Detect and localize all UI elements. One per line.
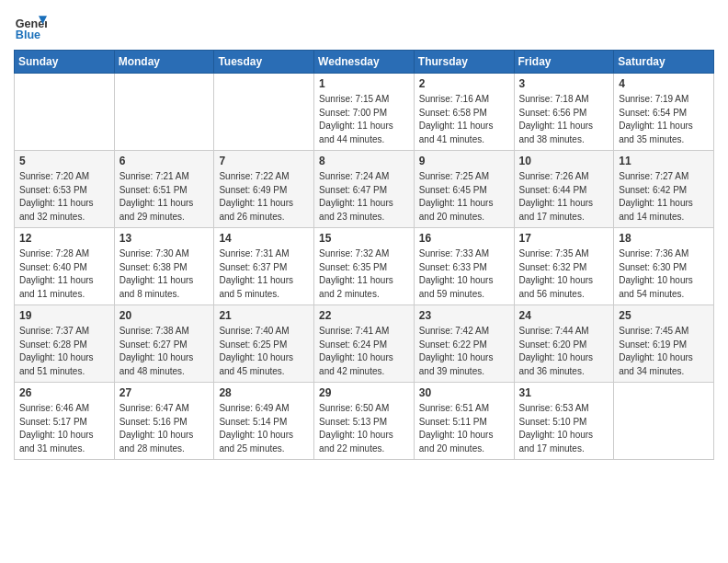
day-info-line: Sunrise: 6:47 AM: [119, 403, 189, 413]
day-info-line: Sunset: 6:49 PM: [219, 185, 287, 195]
day-info-line: Sunset: 6:38 PM: [119, 262, 188, 272]
day-number: 30: [419, 386, 509, 399]
day-info-line: Sunrise: 7:30 AM: [119, 248, 189, 259]
day-info-line: Sunrise: 7:22 AM: [219, 171, 289, 181]
day-info-line: and 25 minutes.: [219, 443, 284, 454]
day-info-line: and 17 minutes.: [519, 443, 585, 454]
day-number: 1: [319, 77, 409, 90]
day-info: Sunrise: 6:51 AMSunset: 5:11 PMDaylight:…: [419, 402, 509, 455]
day-info-line: Sunset: 5:14 PM: [219, 417, 287, 427]
calendar-cell: 3Sunrise: 7:18 AMSunset: 6:56 PMDaylight…: [514, 74, 614, 151]
day-info-line: and 26 minutes.: [219, 212, 284, 222]
day-info-line: Sunrise: 7:35 AM: [519, 248, 589, 259]
day-info-line: Sunset: 6:28 PM: [19, 339, 87, 350]
day-info-line: Daylight: 10 hours: [419, 352, 494, 362]
week-row-1: 1Sunrise: 7:15 AMSunset: 7:00 PMDaylight…: [15, 74, 714, 151]
day-number: 7: [219, 155, 309, 167]
day-info-line: Sunrise: 7:26 AM: [519, 171, 589, 181]
day-info: Sunrise: 7:37 AMSunset: 6:28 PMDaylight:…: [19, 325, 109, 378]
day-info: Sunrise: 7:36 AMSunset: 6:30 PMDaylight:…: [619, 247, 709, 301]
day-header-monday: Monday: [114, 51, 214, 74]
day-header-friday: Friday: [514, 51, 614, 74]
day-info-line: and 35 minutes.: [619, 134, 684, 144]
day-info: Sunrise: 7:35 AMSunset: 6:32 PMDaylight:…: [519, 247, 609, 301]
day-info-line: Sunrise: 7:19 AM: [619, 94, 688, 104]
day-info-line: and 45 minutes.: [219, 366, 284, 376]
calendar-cell: 24Sunrise: 7:44 AMSunset: 6:20 PMDayligh…: [514, 305, 614, 383]
day-number: 11: [619, 155, 709, 167]
day-info-line: Daylight: 10 hours: [519, 352, 594, 362]
day-info-line: Sunset: 6:22 PM: [419, 339, 487, 350]
day-info-line: Sunrise: 7:24 AM: [319, 171, 389, 181]
day-info-line: Sunrise: 6:49 AM: [219, 403, 289, 413]
day-info-line: Sunset: 5:10 PM: [519, 417, 587, 427]
day-info: Sunrise: 7:42 AMSunset: 6:22 PMDaylight:…: [419, 325, 509, 378]
calendar-cell: 13Sunrise: 7:30 AMSunset: 6:38 PMDayligh…: [114, 228, 214, 305]
day-info-line: Sunset: 6:58 PM: [419, 108, 487, 118]
day-info-line: Sunrise: 7:36 AM: [619, 248, 688, 259]
week-row-3: 12Sunrise: 7:28 AMSunset: 6:40 PMDayligh…: [15, 228, 714, 305]
calendar-cell: 15Sunrise: 7:32 AMSunset: 6:35 PMDayligh…: [314, 228, 415, 305]
day-info-line: and 48 minutes.: [119, 366, 185, 376]
day-number: 9: [419, 155, 509, 167]
day-number: 31: [519, 386, 609, 399]
calendar-cell: 18Sunrise: 7:36 AMSunset: 6:30 PMDayligh…: [614, 228, 714, 305]
day-info-line: Sunrise: 7:31 AM: [219, 248, 289, 259]
day-info-line: Sunrise: 7:15 AM: [319, 94, 389, 104]
logo: General Blue: [14, 9, 49, 42]
day-info-line: Sunrise: 7:40 AM: [219, 326, 289, 336]
calendar-cell: 6Sunrise: 7:21 AMSunset: 6:51 PMDaylight…: [114, 151, 214, 228]
day-info-line: and 36 minutes.: [519, 366, 585, 376]
day-info-line: and 34 minutes.: [619, 366, 684, 376]
day-number: 22: [319, 309, 409, 322]
day-number: 18: [619, 232, 709, 245]
day-info-line: Sunrise: 6:46 AM: [19, 403, 89, 413]
day-header-tuesday: Tuesday: [214, 51, 314, 74]
calendar-cell: 19Sunrise: 7:37 AMSunset: 6:28 PMDayligh…: [15, 305, 115, 383]
day-info-line: and 38 minutes.: [519, 134, 585, 144]
day-info: Sunrise: 7:24 AMSunset: 6:47 PMDaylight:…: [319, 170, 409, 224]
day-info-line: Sunset: 5:16 PM: [119, 417, 188, 427]
week-row-5: 26Sunrise: 6:46 AMSunset: 5:17 PMDayligh…: [15, 383, 714, 460]
day-number: 6: [119, 155, 210, 167]
day-info-line: Sunset: 6:19 PM: [619, 339, 687, 350]
calendar-cell: 2Sunrise: 7:16 AMSunset: 6:58 PMDaylight…: [414, 74, 514, 151]
calendar-cell: 22Sunrise: 7:41 AMSunset: 6:24 PMDayligh…: [314, 305, 415, 383]
calendar-cell: 20Sunrise: 7:38 AMSunset: 6:27 PMDayligh…: [114, 305, 214, 383]
day-info-line: Daylight: 10 hours: [619, 275, 693, 285]
day-number: 25: [619, 309, 709, 322]
day-info-line: Sunset: 5:11 PM: [419, 417, 487, 427]
day-info: Sunrise: 7:40 AMSunset: 6:25 PMDaylight:…: [219, 325, 309, 378]
day-header-sunday: Sunday: [15, 51, 115, 74]
day-info-line: Daylight: 10 hours: [419, 275, 494, 285]
day-number: 15: [319, 232, 409, 245]
day-header-saturday: Saturday: [614, 51, 714, 74]
day-info-line: Sunrise: 7:37 AM: [19, 326, 89, 336]
calendar-cell: 27Sunrise: 6:47 AMSunset: 5:16 PMDayligh…: [114, 383, 214, 460]
day-info-line: Daylight: 11 hours: [519, 198, 594, 208]
day-info-line: Daylight: 10 hours: [19, 352, 94, 362]
day-info: Sunrise: 6:53 AMSunset: 5:10 PMDaylight:…: [519, 402, 609, 455]
day-info: Sunrise: 7:18 AMSunset: 6:56 PMDaylight:…: [519, 93, 609, 146]
day-info: Sunrise: 7:26 AMSunset: 6:44 PMDaylight:…: [519, 170, 609, 224]
day-header-thursday: Thursday: [414, 51, 514, 74]
day-number: 23: [419, 309, 509, 322]
day-info-line: Daylight: 11 hours: [219, 275, 293, 285]
day-info: Sunrise: 7:19 AMSunset: 6:54 PMDaylight:…: [619, 93, 709, 146]
day-info-line: Daylight: 11 hours: [119, 198, 194, 208]
day-info-line: and 39 minutes.: [419, 366, 484, 376]
day-info-line: Daylight: 10 hours: [619, 352, 693, 362]
calendar-cell: [114, 74, 214, 151]
day-info-line: Daylight: 10 hours: [219, 430, 293, 440]
calendar-table: SundayMondayTuesdayWednesdayThursdayFrid…: [14, 50, 714, 460]
day-info-line: Sunset: 6:54 PM: [619, 108, 687, 118]
day-info: Sunrise: 7:28 AMSunset: 6:40 PMDaylight:…: [19, 247, 109, 301]
day-number: 13: [119, 232, 210, 245]
calendar-cell: 31Sunrise: 6:53 AMSunset: 5:10 PMDayligh…: [514, 383, 614, 460]
day-info-line: Sunrise: 6:51 AM: [419, 403, 489, 413]
day-info-line: and 14 minutes.: [619, 212, 684, 222]
day-info-line: Sunrise: 7:18 AM: [519, 94, 589, 104]
day-number: 10: [519, 155, 609, 167]
day-info-line: Daylight: 11 hours: [619, 121, 693, 131]
calendar-cell: 9Sunrise: 7:25 AMSunset: 6:45 PMDaylight…: [414, 151, 514, 228]
